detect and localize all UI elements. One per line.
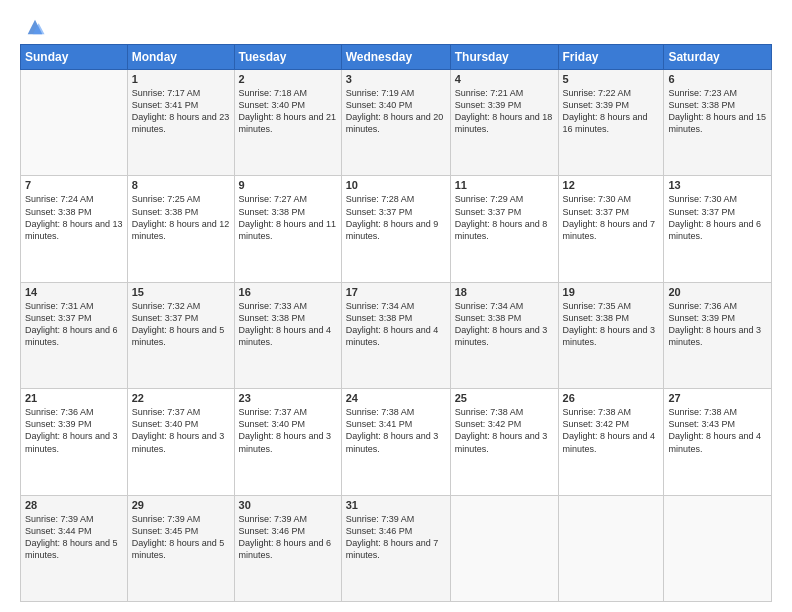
day-number: 3 bbox=[346, 73, 446, 85]
day-number: 8 bbox=[132, 179, 230, 191]
day-info: Sunrise: 7:25 AM Sunset: 3:38 PM Dayligh… bbox=[132, 193, 230, 242]
day-info: Sunrise: 7:32 AM Sunset: 3:37 PM Dayligh… bbox=[132, 300, 230, 349]
day-cell: 24Sunrise: 7:38 AM Sunset: 3:41 PM Dayli… bbox=[341, 389, 450, 495]
day-number: 24 bbox=[346, 392, 446, 404]
day-info: Sunrise: 7:39 AM Sunset: 3:45 PM Dayligh… bbox=[132, 513, 230, 562]
day-number: 19 bbox=[563, 286, 660, 298]
day-number: 22 bbox=[132, 392, 230, 404]
day-info: Sunrise: 7:37 AM Sunset: 3:40 PM Dayligh… bbox=[132, 406, 230, 455]
day-cell: 29Sunrise: 7:39 AM Sunset: 3:45 PM Dayli… bbox=[127, 495, 234, 601]
day-info: Sunrise: 7:39 AM Sunset: 3:46 PM Dayligh… bbox=[239, 513, 337, 562]
day-cell: 19Sunrise: 7:35 AM Sunset: 3:38 PM Dayli… bbox=[558, 282, 664, 388]
day-cell: 2Sunrise: 7:18 AM Sunset: 3:40 PM Daylig… bbox=[234, 70, 341, 176]
day-number: 15 bbox=[132, 286, 230, 298]
header-row: SundayMondayTuesdayWednesdayThursdayFrid… bbox=[21, 45, 772, 70]
week-row-2: 14Sunrise: 7:31 AM Sunset: 3:37 PM Dayli… bbox=[21, 282, 772, 388]
day-number: 6 bbox=[668, 73, 767, 85]
day-cell: 15Sunrise: 7:32 AM Sunset: 3:37 PM Dayli… bbox=[127, 282, 234, 388]
day-info: Sunrise: 7:36 AM Sunset: 3:39 PM Dayligh… bbox=[25, 406, 123, 455]
day-info: Sunrise: 7:19 AM Sunset: 3:40 PM Dayligh… bbox=[346, 87, 446, 136]
day-info: Sunrise: 7:30 AM Sunset: 3:37 PM Dayligh… bbox=[668, 193, 767, 242]
day-cell: 17Sunrise: 7:34 AM Sunset: 3:38 PM Dayli… bbox=[341, 282, 450, 388]
day-cell: 23Sunrise: 7:37 AM Sunset: 3:40 PM Dayli… bbox=[234, 389, 341, 495]
day-info: Sunrise: 7:18 AM Sunset: 3:40 PM Dayligh… bbox=[239, 87, 337, 136]
day-number: 16 bbox=[239, 286, 337, 298]
day-info: Sunrise: 7:24 AM Sunset: 3:38 PM Dayligh… bbox=[25, 193, 123, 242]
day-cell: 30Sunrise: 7:39 AM Sunset: 3:46 PM Dayli… bbox=[234, 495, 341, 601]
header-day-wednesday: Wednesday bbox=[341, 45, 450, 70]
day-number: 26 bbox=[563, 392, 660, 404]
header-day-monday: Monday bbox=[127, 45, 234, 70]
day-number: 11 bbox=[455, 179, 554, 191]
page: SundayMondayTuesdayWednesdayThursdayFrid… bbox=[0, 0, 792, 612]
day-cell bbox=[558, 495, 664, 601]
day-cell: 5Sunrise: 7:22 AM Sunset: 3:39 PM Daylig… bbox=[558, 70, 664, 176]
day-cell: 26Sunrise: 7:38 AM Sunset: 3:42 PM Dayli… bbox=[558, 389, 664, 495]
day-cell bbox=[664, 495, 772, 601]
header-day-thursday: Thursday bbox=[450, 45, 558, 70]
header-day-friday: Friday bbox=[558, 45, 664, 70]
day-cell: 25Sunrise: 7:38 AM Sunset: 3:42 PM Dayli… bbox=[450, 389, 558, 495]
header-day-sunday: Sunday bbox=[21, 45, 128, 70]
day-cell: 27Sunrise: 7:38 AM Sunset: 3:43 PM Dayli… bbox=[664, 389, 772, 495]
day-cell: 20Sunrise: 7:36 AM Sunset: 3:39 PM Dayli… bbox=[664, 282, 772, 388]
day-number: 20 bbox=[668, 286, 767, 298]
day-number: 28 bbox=[25, 499, 123, 511]
day-cell: 3Sunrise: 7:19 AM Sunset: 3:40 PM Daylig… bbox=[341, 70, 450, 176]
day-cell: 16Sunrise: 7:33 AM Sunset: 3:38 PM Dayli… bbox=[234, 282, 341, 388]
day-info: Sunrise: 7:31 AM Sunset: 3:37 PM Dayligh… bbox=[25, 300, 123, 349]
day-info: Sunrise: 7:29 AM Sunset: 3:37 PM Dayligh… bbox=[455, 193, 554, 242]
day-number: 9 bbox=[239, 179, 337, 191]
day-cell: 10Sunrise: 7:28 AM Sunset: 3:37 PM Dayli… bbox=[341, 176, 450, 282]
day-number: 17 bbox=[346, 286, 446, 298]
day-info: Sunrise: 7:38 AM Sunset: 3:41 PM Dayligh… bbox=[346, 406, 446, 455]
day-info: Sunrise: 7:39 AM Sunset: 3:46 PM Dayligh… bbox=[346, 513, 446, 562]
day-number: 5 bbox=[563, 73, 660, 85]
day-info: Sunrise: 7:38 AM Sunset: 3:43 PM Dayligh… bbox=[668, 406, 767, 455]
day-number: 4 bbox=[455, 73, 554, 85]
day-number: 2 bbox=[239, 73, 337, 85]
day-info: Sunrise: 7:39 AM Sunset: 3:44 PM Dayligh… bbox=[25, 513, 123, 562]
day-number: 7 bbox=[25, 179, 123, 191]
day-info: Sunrise: 7:30 AM Sunset: 3:37 PM Dayligh… bbox=[563, 193, 660, 242]
logo-icon bbox=[24, 16, 46, 38]
day-number: 10 bbox=[346, 179, 446, 191]
day-info: Sunrise: 7:27 AM Sunset: 3:38 PM Dayligh… bbox=[239, 193, 337, 242]
day-number: 31 bbox=[346, 499, 446, 511]
day-number: 21 bbox=[25, 392, 123, 404]
day-info: Sunrise: 7:28 AM Sunset: 3:37 PM Dayligh… bbox=[346, 193, 446, 242]
day-cell: 28Sunrise: 7:39 AM Sunset: 3:44 PM Dayli… bbox=[21, 495, 128, 601]
day-number: 13 bbox=[668, 179, 767, 191]
day-info: Sunrise: 7:37 AM Sunset: 3:40 PM Dayligh… bbox=[239, 406, 337, 455]
day-cell: 8Sunrise: 7:25 AM Sunset: 3:38 PM Daylig… bbox=[127, 176, 234, 282]
week-row-1: 7Sunrise: 7:24 AM Sunset: 3:38 PM Daylig… bbox=[21, 176, 772, 282]
day-cell: 31Sunrise: 7:39 AM Sunset: 3:46 PM Dayli… bbox=[341, 495, 450, 601]
day-number: 30 bbox=[239, 499, 337, 511]
logo bbox=[20, 16, 46, 38]
week-row-3: 21Sunrise: 7:36 AM Sunset: 3:39 PM Dayli… bbox=[21, 389, 772, 495]
day-info: Sunrise: 7:33 AM Sunset: 3:38 PM Dayligh… bbox=[239, 300, 337, 349]
day-info: Sunrise: 7:35 AM Sunset: 3:38 PM Dayligh… bbox=[563, 300, 660, 349]
day-cell: 6Sunrise: 7:23 AM Sunset: 3:38 PM Daylig… bbox=[664, 70, 772, 176]
day-info: Sunrise: 7:38 AM Sunset: 3:42 PM Dayligh… bbox=[563, 406, 660, 455]
day-info: Sunrise: 7:23 AM Sunset: 3:38 PM Dayligh… bbox=[668, 87, 767, 136]
day-info: Sunrise: 7:38 AM Sunset: 3:42 PM Dayligh… bbox=[455, 406, 554, 455]
day-number: 25 bbox=[455, 392, 554, 404]
day-info: Sunrise: 7:21 AM Sunset: 3:39 PM Dayligh… bbox=[455, 87, 554, 136]
day-number: 14 bbox=[25, 286, 123, 298]
day-info: Sunrise: 7:36 AM Sunset: 3:39 PM Dayligh… bbox=[668, 300, 767, 349]
day-cell: 9Sunrise: 7:27 AM Sunset: 3:38 PM Daylig… bbox=[234, 176, 341, 282]
calendar-table: SundayMondayTuesdayWednesdayThursdayFrid… bbox=[20, 44, 772, 602]
day-info: Sunrise: 7:34 AM Sunset: 3:38 PM Dayligh… bbox=[455, 300, 554, 349]
day-cell: 21Sunrise: 7:36 AM Sunset: 3:39 PM Dayli… bbox=[21, 389, 128, 495]
day-number: 18 bbox=[455, 286, 554, 298]
week-row-0: 1Sunrise: 7:17 AM Sunset: 3:41 PM Daylig… bbox=[21, 70, 772, 176]
day-cell: 4Sunrise: 7:21 AM Sunset: 3:39 PM Daylig… bbox=[450, 70, 558, 176]
day-number: 23 bbox=[239, 392, 337, 404]
day-info: Sunrise: 7:34 AM Sunset: 3:38 PM Dayligh… bbox=[346, 300, 446, 349]
day-cell: 1Sunrise: 7:17 AM Sunset: 3:41 PM Daylig… bbox=[127, 70, 234, 176]
header-day-tuesday: Tuesday bbox=[234, 45, 341, 70]
day-number: 29 bbox=[132, 499, 230, 511]
day-cell: 7Sunrise: 7:24 AM Sunset: 3:38 PM Daylig… bbox=[21, 176, 128, 282]
day-cell: 11Sunrise: 7:29 AM Sunset: 3:37 PM Dayli… bbox=[450, 176, 558, 282]
